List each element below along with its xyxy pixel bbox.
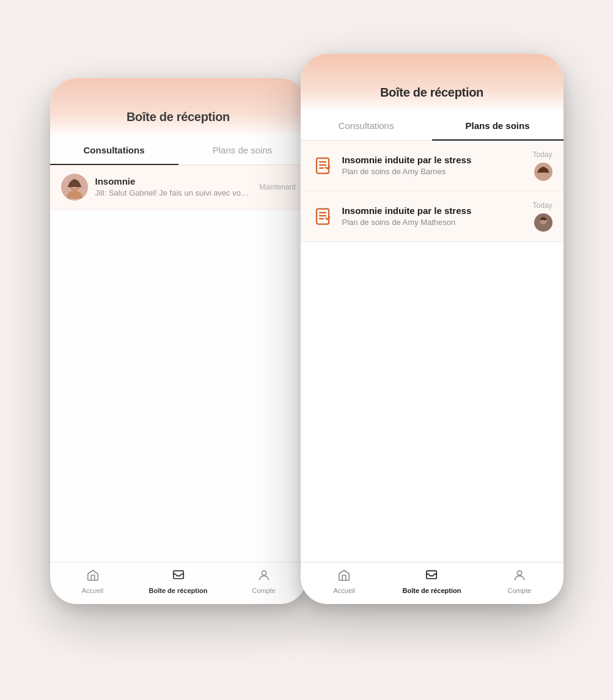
scene: Boîte de réception Consultations Plans d… xyxy=(32,29,582,671)
back-phone-header: Boîte de réception xyxy=(50,78,307,136)
care-plan-subtitle-1: Plan de soins de Amy Barnes xyxy=(342,167,524,176)
back-phone-nav: Accueil Boîte de réception xyxy=(50,562,307,604)
care-plan-time-1: Today xyxy=(532,150,552,159)
care-plan-title-1: Insomnie induite par le stress xyxy=(342,155,524,165)
care-plan-avatar-2 xyxy=(534,213,552,232)
account-icon-front xyxy=(513,569,526,584)
avatar xyxy=(61,174,88,201)
nav-label-accueil-front: Accueil xyxy=(333,587,354,594)
care-plan-title-2: Insomnie induite par le stress xyxy=(342,205,524,216)
care-plan-icon-2 xyxy=(312,205,334,227)
svg-point-20 xyxy=(517,570,521,575)
front-phone-title: Boîte de réception xyxy=(315,86,549,112)
item-subtitle: Jill: Salut Gabriel! Je fais un suivi av… xyxy=(95,188,252,197)
care-plan-meta-1: Today xyxy=(532,150,552,181)
care-plan-text-2: Insomnie induite par le stress Plan de s… xyxy=(342,205,524,227)
care-plan-icon-1 xyxy=(312,155,334,177)
consultation-item[interactable]: Insomnie Jill: Salut Gabriel! Je fais un… xyxy=(50,165,307,210)
svg-rect-5 xyxy=(173,570,183,578)
front-phone-nav: Accueil Boîte de réception xyxy=(301,562,563,604)
nav-compte-front[interactable]: Compte xyxy=(475,569,563,594)
nav-label-inbox-back: Boîte de réception xyxy=(149,587,208,594)
item-time: Maintenant xyxy=(259,183,295,191)
back-tabs-row: Consultations Plans de soins xyxy=(50,136,307,165)
svg-point-1 xyxy=(67,190,82,198)
tab-plans-back[interactable]: Plans de soins xyxy=(178,136,307,165)
care-plan-subtitle-2: Plan de soins de Amy Matheson xyxy=(342,218,524,227)
nav-compte-back[interactable]: Compte xyxy=(221,569,307,594)
tab-consultations-back[interactable]: Consultations xyxy=(50,136,178,165)
nav-label-inbox-front: Boîte de réception xyxy=(403,587,461,594)
care-plan-meta-2: Today xyxy=(532,201,552,232)
svg-rect-19 xyxy=(427,570,437,578)
nav-label-accueil-back: Accueil xyxy=(82,587,103,594)
inbox-icon-front xyxy=(425,569,438,584)
front-phone-header: Boîte de réception xyxy=(301,54,563,112)
care-plan-text-1: Insomnie induite par le stress Plan de s… xyxy=(342,155,524,176)
account-icon xyxy=(257,569,271,584)
phone-back: Boîte de réception Consultations Plans d… xyxy=(50,78,307,604)
front-phone-content: Insomnie induite par le stress Plan de s… xyxy=(301,141,563,562)
svg-point-6 xyxy=(262,570,266,575)
back-phone-title: Boîte de réception xyxy=(65,110,292,136)
svg-point-17 xyxy=(544,219,545,221)
home-icon xyxy=(86,569,100,584)
item-text: Insomnie Jill: Salut Gabriel! Je fais un… xyxy=(95,176,252,197)
item-meta: Maintenant xyxy=(259,183,295,191)
front-tabs-row: Consultations Plans de soins xyxy=(301,112,563,141)
tab-consultations-front[interactable]: Consultations xyxy=(301,112,432,141)
nav-label-compte-back: Compte xyxy=(252,587,276,594)
nav-inbox-back[interactable]: Boîte de réception xyxy=(136,569,221,594)
item-title: Insomnie xyxy=(95,176,252,186)
svg-rect-7 xyxy=(317,158,329,173)
care-plan-avatar-1 xyxy=(534,163,552,181)
svg-point-16 xyxy=(541,219,543,221)
nav-accueil-front[interactable]: Accueil xyxy=(301,569,388,594)
nav-label-compte-front: Compte xyxy=(508,587,532,594)
back-phone-content: Insomnie Jill: Salut Gabriel! Je fais un… xyxy=(50,165,307,562)
care-plan-item-2[interactable]: Insomnie induite par le stress Plan de s… xyxy=(301,191,563,242)
tab-plans-front[interactable]: Plans de soins xyxy=(432,112,563,141)
phone-front: Boîte de réception Consultations Plans d… xyxy=(301,54,563,604)
svg-rect-13 xyxy=(317,208,329,224)
inbox-icon xyxy=(172,569,185,584)
care-plan-item-1[interactable]: Insomnie induite par le stress Plan de s… xyxy=(301,141,563,191)
nav-inbox-front[interactable]: Boîte de réception xyxy=(388,569,475,594)
nav-accueil-back[interactable]: Accueil xyxy=(50,569,136,594)
home-icon-front xyxy=(337,569,351,584)
care-plan-time-2: Today xyxy=(532,201,552,210)
